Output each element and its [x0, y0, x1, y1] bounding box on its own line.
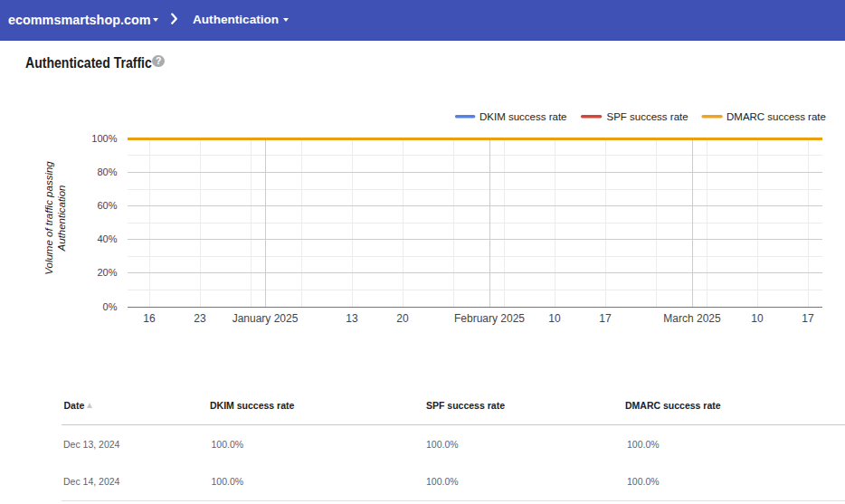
svg-text:DMARC success rate: DMARC success rate — [726, 111, 826, 122]
svg-text:SPF success rate: SPF success rate — [607, 111, 688, 122]
svg-text:0%: 0% — [103, 301, 118, 312]
svg-text:17: 17 — [599, 312, 612, 325]
svg-text:20: 20 — [396, 312, 409, 325]
svg-text:February 2025: February 2025 — [454, 312, 525, 325]
svg-text:January 2025: January 2025 — [233, 312, 299, 325]
svg-text:16: 16 — [143, 312, 156, 325]
svg-text:10: 10 — [548, 312, 561, 325]
svg-text:Authentication: Authentication — [56, 185, 67, 252]
svg-text:80%: 80% — [97, 166, 117, 177]
svg-text:10: 10 — [751, 312, 764, 325]
svg-text:13: 13 — [346, 312, 358, 325]
svg-text:Volume of traffic passing: Volume of traffic passing — [43, 161, 54, 275]
svg-text:60%: 60% — [97, 200, 117, 211]
svg-text:20%: 20% — [97, 267, 117, 278]
svg-text:40%: 40% — [97, 233, 117, 244]
svg-text:100%: 100% — [91, 133, 117, 144]
svg-text:DKIM success rate: DKIM success rate — [479, 111, 567, 122]
svg-text:March 2025: March 2025 — [663, 312, 721, 325]
svg-text:23: 23 — [194, 312, 206, 325]
svg-text:17: 17 — [802, 312, 814, 325]
